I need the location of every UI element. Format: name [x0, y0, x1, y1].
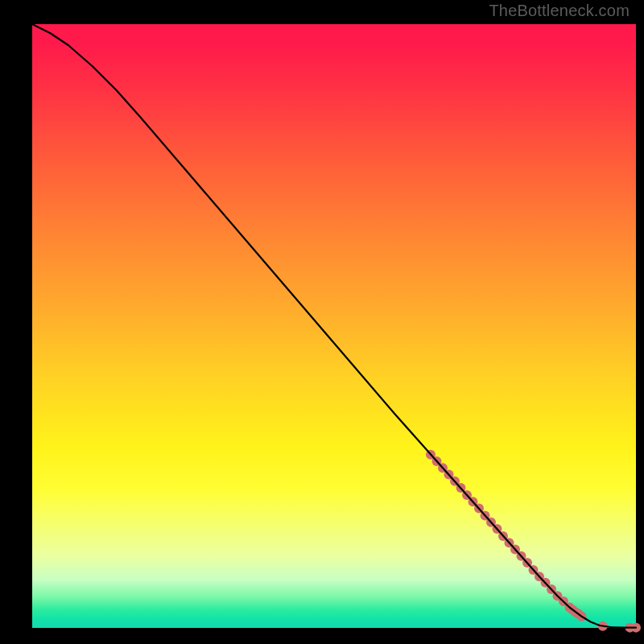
chart-frame: TheBottleneck.com: [0, 0, 644, 644]
attribution-label: TheBottleneck.com: [489, 2, 630, 20]
plot-area: [32, 24, 636, 628]
marker-layer: [426, 450, 641, 633]
chart-svg: [32, 24, 636, 628]
curve-path: [32, 24, 636, 628]
